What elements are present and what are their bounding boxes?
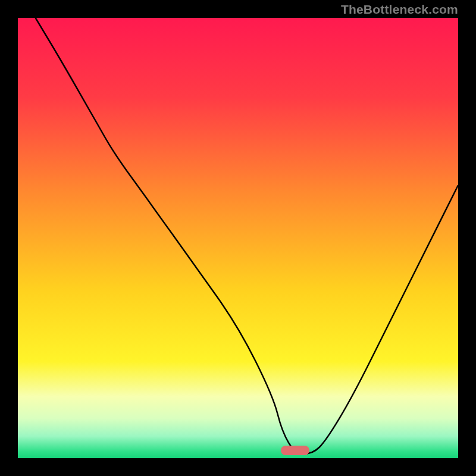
optimum-marker (281, 446, 309, 455)
bottleneck-curve (18, 18, 458, 458)
plot-area (18, 18, 458, 458)
watermark-text: TheBottleneck.com (341, 2, 458, 17)
outer-frame: TheBottleneck.com (0, 0, 476, 476)
bottleneck-curve-path (36, 18, 458, 454)
